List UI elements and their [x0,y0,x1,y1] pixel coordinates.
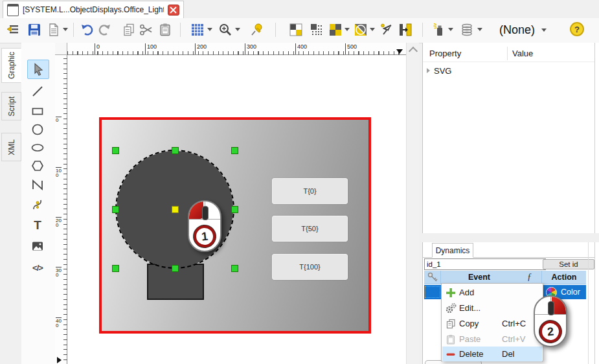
canvas-button-t50[interactable]: T{50} [272,216,348,242]
spray-button[interactable] [430,21,447,38]
contrast-quad-button[interactable] [288,21,304,38]
v-ruler-label: 200 [56,217,62,227]
grid-button[interactable] [189,21,206,38]
redo-button[interactable] [96,21,113,38]
right-panel-edge [594,43,595,364]
tab-script[interactable]: Script [1,92,21,120]
save-button[interactable] [26,21,43,38]
close-tab-button[interactable] [168,5,179,16]
line-icon [30,84,45,98]
event-column-header[interactable]: Event [441,273,517,282]
exit-door-button[interactable] [397,21,414,38]
zoom-button[interactable] [217,21,234,38]
selection-handle-w[interactable] [112,206,119,213]
no-fill-button[interactable] [352,21,369,38]
new-document-button[interactable] [45,21,62,38]
magnifier-icon [218,23,232,37]
checker-fill-button[interactable] [327,21,344,38]
function-column-header[interactable]: ƒ [517,272,541,282]
menu-item-edit[interactable]: Edit... [442,301,542,315]
pointer-mode-button[interactable] [378,21,395,38]
tab-dynamics[interactable]: Dynamics [432,243,473,258]
selection-handle-sw[interactable] [112,265,119,272]
paste-button[interactable] [157,21,174,38]
menu-item-copy[interactable]: Copy Ctrl+C [442,316,542,331]
add-icon [442,288,459,298]
collapse-panel-button[interactable] [5,21,22,38]
tool-code[interactable]: </> [27,258,48,277]
property-tree-row-svg[interactable]: SVG [423,64,594,77]
no-fill-dropdown-caret[interactable] [370,28,375,31]
tool-ellipse[interactable] [27,139,48,157]
selection-handle-n[interactable] [172,147,179,154]
v-ruler-label: 0 [56,117,62,122]
selection-handle-ne[interactable] [231,147,238,154]
toolbar-separator [73,23,74,37]
help-button[interactable]: ? [570,22,584,36]
tool-path[interactable] [27,196,48,214]
dynamics-panel-gutter [588,242,589,364]
property-tree-label: SVG [434,66,451,76]
copy-button[interactable] [120,21,137,38]
undo-button[interactable] [79,21,96,38]
ellipse-icon [30,141,45,155]
new-document-dropdown-caret[interactable] [63,28,68,31]
tool-select[interactable] [27,60,49,79]
tool-rectangle[interactable] [27,102,48,120]
spray-can-icon [431,23,446,37]
grid-dropdown-caret[interactable] [207,28,212,31]
door-arrow-icon [398,23,413,37]
canvas-button-t0[interactable]: T{0} [272,178,348,204]
zoom-dropdown-caret[interactable] [235,28,240,31]
ruler-corner [55,43,67,55]
tool-circle[interactable] [27,120,48,139]
paste-icon [158,23,172,37]
polygon-icon [30,159,45,173]
selection-handle-nw[interactable] [112,147,119,154]
panel-splitter[interactable] [422,233,599,242]
pin-button[interactable] [249,21,266,38]
action-column-header[interactable]: Action [541,271,586,284]
selection-handle-s[interactable] [172,265,179,272]
v-ruler-label: 400 [56,317,62,328]
tab-graphic-label: Graphic [7,52,16,79]
h-ruler-label: 300 [245,43,256,54]
circle-icon [30,122,45,137]
pixel-snap-button[interactable] [308,21,325,38]
key-icon [427,272,438,282]
mouse-right-click-badge: 2 [534,295,567,347]
set-id-button[interactable]: Set id [543,259,594,269]
coil-button[interactable] [458,21,475,38]
menu-item-delete[interactable]: Delete Del [442,347,542,361]
tool-polygon[interactable] [27,157,48,175]
checker-fill-dropdown-caret[interactable] [345,28,350,31]
menu-item-paste-shortcut: Ctrl+V [502,334,525,344]
spray-dropdown-caret[interactable] [448,28,453,31]
tool-polyline[interactable] [27,176,48,194]
id-input[interactable] [424,258,546,270]
canvas-button-t100[interactable]: T{100} [272,254,348,280]
mouse-left-click-badge: 1 [188,200,221,252]
h-ruler-label: 100 [145,43,157,54]
tab-graphic[interactable]: Graphic [1,48,21,83]
tool-image[interactable] [27,237,48,255]
canvas-vertical-scrollbar[interactable] [406,43,419,364]
menu-item-paste[interactable]: Paste Ctrl+V [442,332,542,347]
tool-line[interactable] [27,82,48,100]
image-icon [30,239,45,253]
selection-handle-center[interactable] [172,206,179,213]
selection-handle-se[interactable] [231,265,238,272]
cut-button[interactable] [138,21,155,38]
chevron-right-icon[interactable] [427,68,430,73]
tab-xml[interactable]: XML [1,133,21,161]
coil-dropdown-caret[interactable] [477,28,482,31]
selection-handle-e[interactable] [231,206,238,213]
none-selector[interactable]: (None) [495,20,550,40]
ruler-position-marker [396,49,403,54]
tool-text[interactable]: T [27,216,48,234]
no-fill-icon [354,23,368,37]
copy-icon [122,23,136,37]
menu-item-add[interactable]: Add [442,285,542,300]
document-tab[interactable]: [SYSTEM.L...ObjectDisplays.Office_Light2… [3,1,184,18]
vertical-ruler-ticks [63,58,67,364]
